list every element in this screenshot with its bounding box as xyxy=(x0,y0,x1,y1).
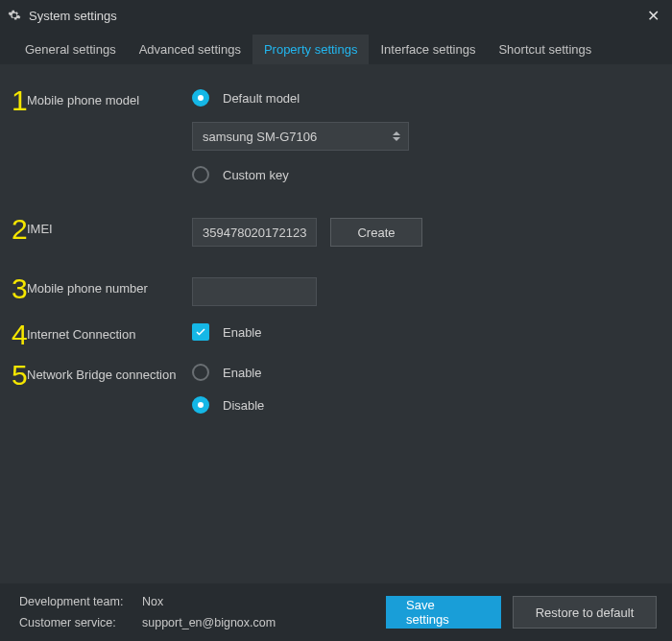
step-number-1: 1 xyxy=(10,89,27,112)
save-button[interactable]: Save settings xyxy=(386,596,501,629)
model-select-value: samsung SM-G7106 xyxy=(203,130,317,144)
dev-team-label: Development team: xyxy=(19,595,132,608)
step-number-4: 4 xyxy=(10,323,27,346)
titlebar: System settings ✕ xyxy=(0,0,672,29)
step-number-5: 5 xyxy=(10,364,27,387)
row-imei: 2 IMEI Create xyxy=(10,218,657,247)
row-phone-model: 1 Mobile phone model Default model samsu… xyxy=(10,89,657,183)
tab-property[interactable]: Property settings xyxy=(252,35,370,64)
tabs: General settings Advanced settings Prope… xyxy=(0,29,672,64)
tab-interface[interactable]: Interface settings xyxy=(369,35,487,64)
content-area: 1 Mobile phone model Default model samsu… xyxy=(0,64,672,583)
window-title: System settings xyxy=(29,9,117,23)
imei-field[interactable] xyxy=(192,218,317,247)
radio-bridge-disable-label: Disable xyxy=(223,398,264,413)
tab-advanced[interactable]: Advanced settings xyxy=(128,35,252,64)
radio-bridge-enable-label: Enable xyxy=(223,366,261,380)
radio-default-model-label: Default model xyxy=(223,91,300,106)
support-label: Customer service: xyxy=(19,616,132,629)
footer: Development team: Nox Customer service: … xyxy=(0,583,672,641)
radio-default-model[interactable] xyxy=(192,89,209,107)
gear-icon xyxy=(8,9,21,22)
radio-custom-key[interactable] xyxy=(192,166,209,183)
phone-number-field[interactable] xyxy=(192,277,317,306)
internet-enable-checkbox[interactable] xyxy=(192,323,209,341)
support-value: support_en@bignox.com xyxy=(142,616,276,629)
radio-bridge-enable[interactable] xyxy=(192,364,209,381)
tab-shortcut[interactable]: Shortcut settings xyxy=(487,35,603,64)
radio-bridge-disable[interactable] xyxy=(192,396,209,414)
create-button[interactable]: Create xyxy=(330,218,422,247)
row-internet: 4 Internet Connection Enable xyxy=(10,323,657,346)
row-bridge: 5 Network Bridge connection Enable Disab… xyxy=(10,364,657,414)
step-number-2: 2 xyxy=(10,218,27,241)
row-phone-number: 3 Mobile phone number xyxy=(10,277,657,306)
close-icon[interactable]: ✕ xyxy=(643,6,662,25)
label-phone-model: Mobile phone model xyxy=(27,89,192,107)
chevron-updown-icon xyxy=(393,131,400,141)
check-icon xyxy=(195,326,206,338)
internet-enable-label: Enable xyxy=(223,325,261,340)
label-bridge: Network Bridge connection xyxy=(27,364,192,382)
label-phone-number: Mobile phone number xyxy=(27,277,192,296)
dev-team-value: Nox xyxy=(142,595,163,608)
tab-general[interactable]: General settings xyxy=(13,35,128,64)
label-imei: IMEI xyxy=(27,218,192,236)
model-select[interactable]: samsung SM-G7106 xyxy=(192,122,409,151)
restore-button[interactable]: Restore to default xyxy=(513,596,657,629)
label-internet: Internet Connection xyxy=(27,323,192,342)
radio-custom-key-label: Custom key xyxy=(223,168,289,182)
step-number-3: 3 xyxy=(10,277,27,300)
